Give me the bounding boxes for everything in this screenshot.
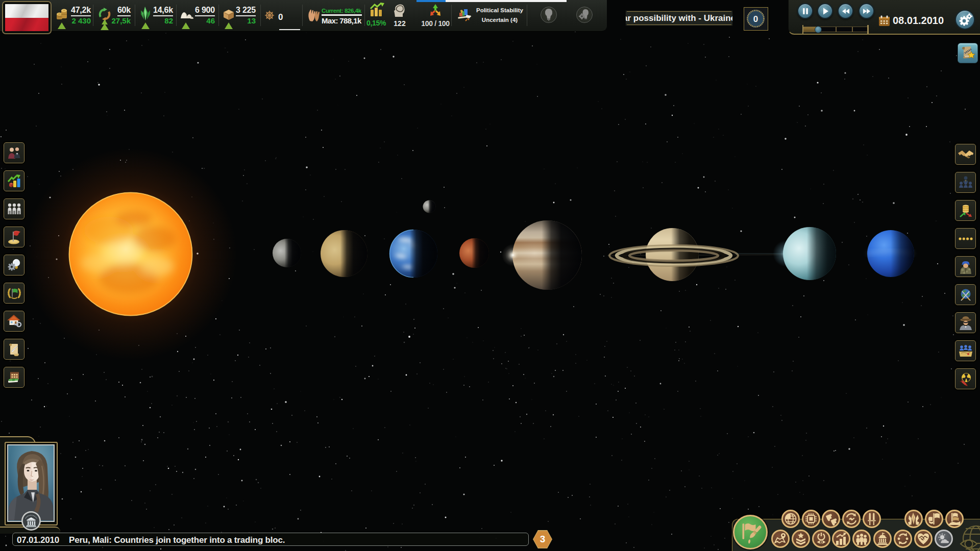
svg-text:0: 0 [753,14,758,24]
